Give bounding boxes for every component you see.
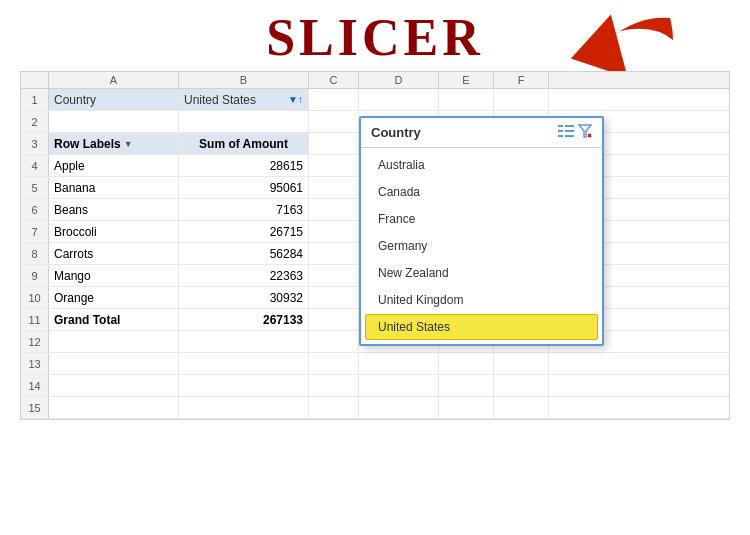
slicer-item-germany[interactable]: Germany [365, 233, 598, 259]
cell-a8: Carrots [49, 243, 179, 264]
cell-b10: 30932 [179, 287, 309, 308]
row-num: 12 [21, 331, 49, 352]
col-header-f: F [494, 72, 549, 88]
row-num: 15 [21, 397, 49, 418]
slicer-title: Country [371, 125, 421, 140]
cell-a7: Broccoli [49, 221, 179, 242]
col-header-a: A [49, 72, 179, 88]
row-num: 3 [21, 133, 49, 154]
slicer-item-australia[interactable]: Australia [365, 152, 598, 178]
cell-a3: Row Labels ▼ [49, 133, 179, 154]
clear-filter-icon[interactable] [578, 124, 592, 141]
table-row: 15 [21, 397, 729, 419]
col-header-c: C [309, 72, 359, 88]
col-header-b: B [179, 72, 309, 88]
row-num: 5 [21, 177, 49, 198]
cell-b4: 28615 [179, 155, 309, 176]
col-header-e: E [439, 72, 494, 88]
slicer-item-france[interactable]: France [365, 206, 598, 232]
cell-d1 [359, 89, 439, 110]
slicer-item-united-kingdom[interactable]: United Kingdom [365, 287, 598, 313]
slicer-panel: Country Australia Canada France Germany … [359, 116, 604, 346]
column-headers: A B C D E F [21, 72, 729, 89]
row-num: 1 [21, 89, 49, 110]
dropdown-icon[interactable]: ▼ [124, 139, 133, 149]
row-num: 4 [21, 155, 49, 176]
cell-a9: Mango [49, 265, 179, 286]
cell-b5: 95061 [179, 177, 309, 198]
slicer-item-new-zealand[interactable]: New Zealand [365, 260, 598, 286]
multi-select-icon[interactable] [558, 124, 574, 141]
cell-b3: Sum of Amount [179, 133, 309, 154]
cell-c2 [309, 111, 359, 132]
slicer-header: Country [361, 118, 602, 148]
row-num: 6 [21, 199, 49, 220]
cell-b8: 56284 [179, 243, 309, 264]
slicer-icons [558, 124, 592, 141]
cell-a6: Beans [49, 199, 179, 220]
svg-rect-2 [558, 130, 563, 132]
cell-b6: 7163 [179, 199, 309, 220]
filter-icon[interactable]: ▼↑ [288, 94, 303, 105]
title-area: SLICER [0, 0, 750, 71]
row-num: 13 [21, 353, 49, 374]
row-num-header [21, 72, 49, 88]
cell-a11: Grand Total [49, 309, 179, 330]
cell-a1: Country [49, 89, 179, 110]
row-num: 8 [21, 243, 49, 264]
table-row: 1 Country United States ▼↑ [21, 89, 729, 111]
table-row: 14 [21, 375, 729, 397]
cell-b1: United States ▼↑ [179, 89, 309, 110]
svg-rect-3 [558, 135, 563, 137]
row-num: 11 [21, 309, 49, 330]
row-num: 9 [21, 265, 49, 286]
svg-rect-6 [565, 135, 574, 137]
slicer-item-canada[interactable]: Canada [365, 179, 598, 205]
row-num: 2 [21, 111, 49, 132]
cell-b9: 22363 [179, 265, 309, 286]
cell-c1 [309, 89, 359, 110]
cell-a4: Apple [49, 155, 179, 176]
slicer-items: Australia Canada France Germany New Zeal… [361, 148, 602, 344]
page-title: SLICER [266, 9, 484, 66]
row-num: 7 [21, 221, 49, 242]
svg-rect-4 [565, 125, 574, 127]
cell-f1 [494, 89, 549, 110]
col-header-d: D [359, 72, 439, 88]
svg-rect-1 [558, 125, 563, 127]
cell-b11: 267133 [179, 309, 309, 330]
cell-a5: Banana [49, 177, 179, 198]
cell-a10: Orange [49, 287, 179, 308]
spreadsheet: A B C D E F 1 Country United States ▼↑ 2 [20, 71, 730, 420]
slicer-item-united-states[interactable]: United States [365, 314, 598, 340]
cell-b2 [179, 111, 309, 132]
cell-c3 [309, 133, 359, 154]
cell-e1 [439, 89, 494, 110]
row-num: 14 [21, 375, 49, 396]
cell-a2 [49, 111, 179, 132]
cell-b7: 26715 [179, 221, 309, 242]
table-row: 13 [21, 353, 729, 375]
row-num: 10 [21, 287, 49, 308]
svg-rect-5 [565, 130, 574, 132]
